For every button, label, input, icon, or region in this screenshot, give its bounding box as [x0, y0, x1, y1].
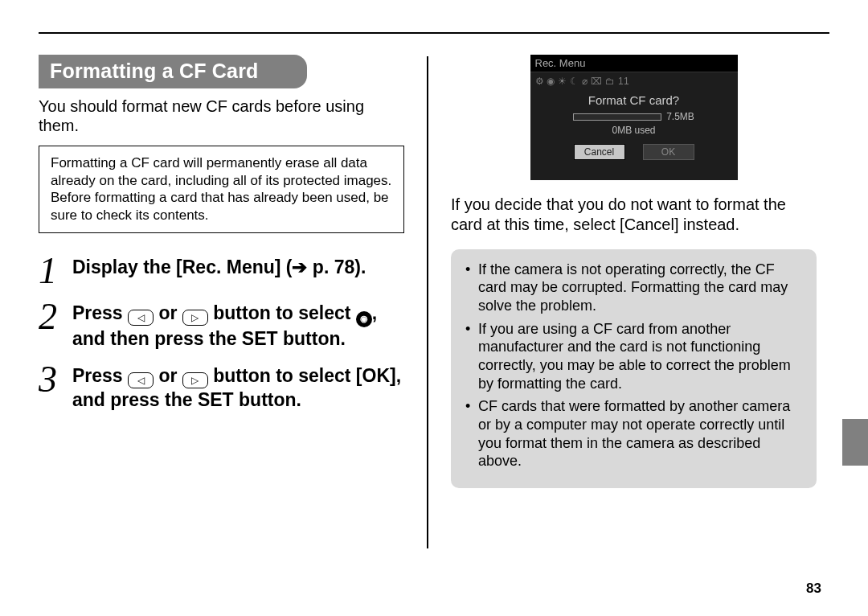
manual-page: Formatting a CF Card You should format n…: [0, 0, 868, 616]
step-number: 2: [39, 298, 72, 333]
step2-b: or: [154, 302, 182, 323]
tip-item: If the camera is not operating correctly…: [475, 261, 804, 315]
tip-item: If you are using a CF card from another …: [475, 320, 804, 393]
lcd-capacity: 7.5MB: [666, 111, 694, 122]
column-divider: [427, 56, 428, 548]
tips-box: If the camera is not operating correctly…: [451, 249, 817, 488]
lcd-used: 0MB used: [530, 125, 738, 136]
step-2: 2 Press ◁ or ▷ button to select ◉, and t…: [39, 298, 404, 350]
step-1: 1 Display the [Rec. Menu] (➔ p. 78).: [39, 253, 404, 287]
step2-a: Press: [72, 302, 128, 323]
lcd-progress-bar: [573, 113, 661, 121]
step3-b: or: [154, 365, 182, 386]
left-button-icon: ◁: [128, 372, 154, 388]
left-button-icon: ◁: [128, 310, 154, 326]
step-3: 3 Press ◁ or ▷ button to select [OK], an…: [39, 361, 404, 411]
step1-post: p. 78).: [307, 257, 366, 277]
top-rule: [39, 32, 829, 34]
lcd-title: Rec. Menu: [530, 55, 738, 72]
right-column: Rec. Menu ⚙ ◉ ☀ ☾ ⌀ ⌧ 🗀 11 Format CF car…: [451, 55, 817, 548]
side-tab: [842, 419, 868, 466]
arrow-icon: ➔: [292, 257, 307, 277]
lcd-icons-row: ⚙ ◉ ☀ ☾ ⌀ ⌧ 🗀 11: [530, 72, 738, 88]
page-number: 83: [806, 581, 821, 597]
step-text: Press ◁ or ▷ button to select [OK], and …: [72, 361, 404, 411]
step-text: Display the [Rec. Menu] (➔ p. 78).: [72, 253, 404, 278]
intro-text: You should format new CF cards before us…: [39, 97, 404, 136]
format-menu-icon: ◉: [356, 311, 372, 327]
step-number: 1: [39, 253, 72, 287]
tip-item: CF cards that were formatted by another …: [475, 397, 804, 470]
left-column: Formatting a CF Card You should format n…: [39, 55, 404, 548]
tips-list: If the camera is not operating correctly…: [464, 261, 804, 470]
lcd-cancel-button: Cancel: [574, 144, 625, 160]
lcd-screenshot: Rec. Menu ⚙ ◉ ☀ ☾ ⌀ ⌧ 🗀 11 Format CF car…: [530, 55, 738, 180]
step1-pre: Display the [Rec. Menu] (: [72, 257, 292, 277]
two-column-layout: Formatting a CF Card You should format n…: [39, 55, 829, 548]
right-button-icon: ▷: [182, 372, 208, 388]
lcd-ok-button: OK: [643, 144, 694, 160]
cancel-note: If you decide that you do not want to fo…: [451, 195, 817, 235]
lcd-question: Format CF card?: [530, 93, 738, 107]
warning-box: Formatting a CF card will permanently er…: [39, 146, 404, 233]
step-number: 3: [39, 361, 72, 396]
right-button-icon: ▷: [182, 310, 208, 326]
lcd-progress-row: 7.5MB: [530, 111, 738, 122]
step2-c: button to select: [208, 302, 356, 323]
section-title: Formatting a CF Card: [39, 55, 307, 88]
step3-a: Press: [72, 365, 128, 386]
step-text: Press ◁ or ▷ button to select ◉, and the…: [72, 298, 404, 350]
lcd-buttons: Cancel OK: [530, 144, 738, 160]
